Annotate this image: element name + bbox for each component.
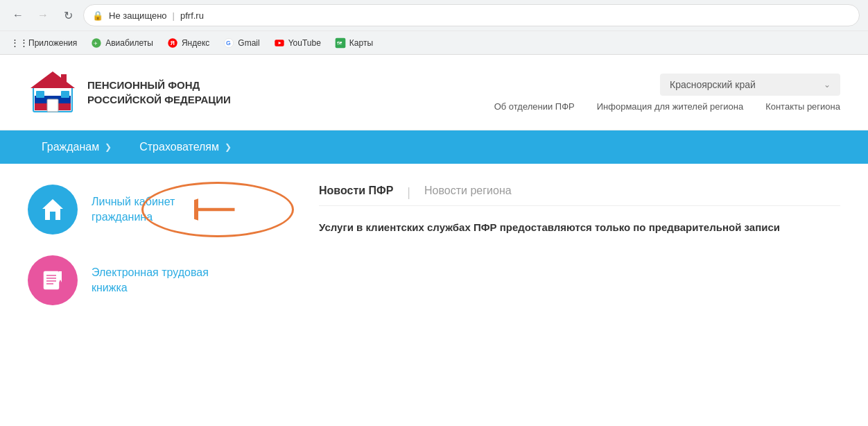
svg-marker-19 [42,199,63,209]
bookmark-gmail[interactable]: G Gmail [218,35,265,51]
pfr-logo [28,67,78,117]
svg-text:G: G [226,40,231,46]
logo-text: ПЕНСИОННЫЙ ФОНД РОССИЙСКОЙ ФЕДЕРАЦИИ [87,78,231,107]
nav-contacts[interactable]: Контакты региона [765,101,840,112]
nav-about[interactable]: Об отделении ПФР [494,101,575,112]
svg-rect-12 [61,74,67,85]
lock-icon: 🔒 [92,10,103,21]
header-right: Красноярский край ⌄ Об отделении ПФР Инф… [259,74,840,112]
avia-icon: ✈ [91,37,102,49]
browser-toolbar: ← → ↻ 🔒 Не защищено | pfrf.ru [0,0,868,31]
workbook-label[interactable]: Электронная трудовая книжка [92,265,209,296]
bookmark-avia[interactable]: ✈ Авиабилеты [85,35,159,51]
bookmark-youtube[interactable]: YouTube [268,35,327,51]
bookmark-maps-label: Карты [349,38,373,48]
citizens-chevron-icon: ❯ [105,142,112,152]
gmail-icon: G [223,37,234,49]
workbook-item: Электронная трудовая книжка [28,255,291,305]
bookmark-yandex[interactable]: Я Яндекс [162,35,215,51]
yandex-icon: Я [167,37,178,49]
svg-rect-17 [36,91,44,98]
news-content: Услуги в клиентских службах ПФР предоста… [319,220,840,236]
bookmark-apps[interactable]: ⋮⋮ Приложения [8,35,83,51]
content-area: Личный кабинет гражданина [0,164,868,326]
svg-marker-11 [31,71,75,88]
main-nav: Гражданам ❯ Страхователям ❯ [0,130,868,164]
svg-marker-29 [59,271,62,282]
maps-icon: 🗺 [335,37,346,49]
address-url: pfrf.ru [180,10,204,21]
bookmark-maps[interactable]: 🗺 Карты [329,35,379,51]
region-selector[interactable]: Красноярский край ⌄ [660,74,840,96]
svg-text:✈: ✈ [94,40,98,45]
svg-rect-16 [47,99,58,112]
nav-info[interactable]: Информация для жителей региона [597,101,743,112]
book-icon [40,267,66,293]
personal-cabinet-item: Личный кабинет гражданина [28,185,291,235]
header-nav: Об отделении ПФР Информация для жителей … [494,101,840,112]
region-name: Красноярский край [670,79,818,90]
logo-line1: ПЕНСИОННЫЙ ФОНД [87,78,231,92]
insurers-chevron-icon: ❯ [225,142,232,152]
apps-icon: ⋮⋮ [14,37,25,49]
bookmark-gmail-label: Gmail [238,38,259,48]
svg-text:🗺: 🗺 [336,40,342,46]
tab-pfr-news[interactable]: Новости ПФР [319,185,393,200]
address-separator: | [173,10,175,21]
browser-chrome: ← → ↻ 🔒 Не защищено | pfrf.ru ⋮⋮ Приложе… [0,0,868,55]
right-panel: Новости ПФР | Новости региона Услуги в к… [319,185,840,305]
address-bar[interactable]: 🔒 Не защищено | pfrf.ru [83,4,860,26]
bookmark-youtube-label: YouTube [288,38,321,48]
house-icon [40,196,66,223]
not-secure-label: Не защищено [109,10,167,21]
bookmark-avia-label: Авиабилеты [105,38,153,48]
svg-text:Я: Я [171,40,175,46]
left-panel: Личный кабинет гражданина [28,185,291,305]
nav-citizens[interactable]: Гражданам ❯ [28,130,125,164]
tab-region-news[interactable]: Новости региона [424,185,512,200]
personal-cabinet-label[interactable]: Личный кабинет гражданина [92,194,175,225]
workbook-icon-circle [28,255,78,305]
bookmark-yandex-label: Яндекс [182,38,209,48]
back-button[interactable]: ← [8,6,28,25]
bookmarks-bar: ⋮⋮ Приложения ✈ Авиабилеты Я Яндекс G Gm… [0,31,868,54]
logo-line2: РОССИЙСКОЙ ФЕДЕРАЦИИ [87,92,231,107]
personal-cabinet-icon-circle [28,185,78,235]
nav-insurers-label: Страхователям [139,141,219,153]
news-divider: | [407,185,410,200]
svg-rect-18 [61,91,69,98]
youtube-icon [274,37,285,49]
logo-area: ПЕНСИОННЫЙ ФОНД РОССИЙСКОЙ ФЕДЕРАЦИИ [28,67,231,117]
site-content: ПЕНСИОННЫЙ ФОНД РОССИЙСКОЙ ФЕДЕРАЦИИ Кра… [0,55,868,326]
arrow-icon [194,196,236,223]
news-tabs: Новости ПФР | Новости региона [319,185,840,206]
region-chevron-icon: ⌄ [824,80,831,90]
bookmark-apps-label: Приложения [28,38,77,48]
nav-citizens-label: Гражданам [42,141,99,153]
svg-rect-24 [44,271,59,289]
forward-button[interactable]: → [33,6,53,25]
svg-rect-21 [50,212,55,220]
site-header: ПЕНСИОННЫЙ ФОНД РОССИЙСКОЙ ФЕДЕРАЦИИ Кра… [0,55,868,130]
reload-button[interactable]: ↻ [58,6,78,25]
nav-insurers[interactable]: Страхователям ❯ [125,130,245,164]
news-headline: Услуги в клиентских службах ПФР предоста… [319,221,780,233]
